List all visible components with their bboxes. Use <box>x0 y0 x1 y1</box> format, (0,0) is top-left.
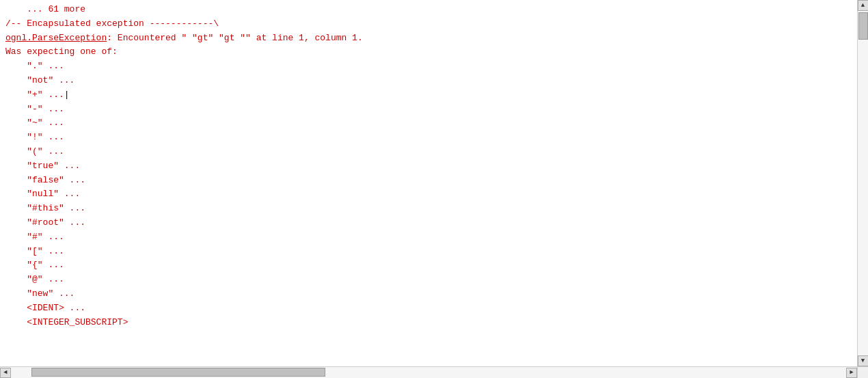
line-new: "new" ... <box>5 287 852 301</box>
scroll-h-thumb[interactable] <box>31 368 325 377</box>
line-encapsulated: /-- Encapsulated exception ------------\ <box>5 17 852 31</box>
line-exclaim: "!" ... <box>5 131 852 145</box>
main-container: ... 61 more /-- Encapsulated exception -… <box>0 0 868 366</box>
line-more: ... 61 more <box>5 3 852 17</box>
line-false: "false" ... <box>5 174 852 188</box>
line-this: "#this" ... <box>5 202 852 216</box>
horizontal-scrollbar[interactable]: ◄ ► <box>0 367 857 378</box>
line-null: "null" ... <box>5 187 852 202</box>
line-minus: "-" ... <box>5 103 852 117</box>
line-was-expecting: Was expecting one of: <box>5 45 852 59</box>
line-dot: "." ... <box>5 59 852 74</box>
exception-class: ognl.ParseException <box>5 33 107 43</box>
line-plus: "+" ... <box>5 88 852 103</box>
content-area: ... 61 more /-- Encapsulated exception -… <box>0 0 857 366</box>
scroll-corner <box>857 367 868 379</box>
line-exception: ognl.ParseException: Encountered " "gt" … <box>5 31 852 46</box>
line-ident: <IDENT> ... <box>5 301 852 316</box>
scroll-up-button[interactable]: ▲ <box>858 0 869 11</box>
line-lbrace: "{" ... <box>5 258 852 273</box>
line-true: "true" ... <box>5 159 852 174</box>
bottom-bar: ◄ ► <box>0 366 868 378</box>
line-integer-subscript: <INTEGER_SUBSCRIPT> <box>5 316 852 330</box>
line-hash: "#" ... <box>5 230 852 245</box>
scroll-left-button[interactable]: ◄ <box>0 368 11 378</box>
line-tilde: "~" ... <box>5 116 852 131</box>
scroll-v-thumb[interactable] <box>858 12 868 40</box>
line-lbracket: "[" ... <box>5 245 852 259</box>
line-not: "not" ... <box>5 74 852 88</box>
line-at: "@" ... <box>5 273 852 287</box>
line-root: "#root" ... <box>5 216 852 230</box>
scroll-v-track[interactable] <box>858 11 868 355</box>
scroll-down-button[interactable]: ▼ <box>858 355 869 366</box>
vertical-scrollbar[interactable]: ▲ ▼ <box>857 0 868 366</box>
scroll-h-track[interactable] <box>11 367 846 378</box>
line-lparen: "(" ... <box>5 145 852 159</box>
scroll-right-button[interactable]: ► <box>846 368 857 378</box>
